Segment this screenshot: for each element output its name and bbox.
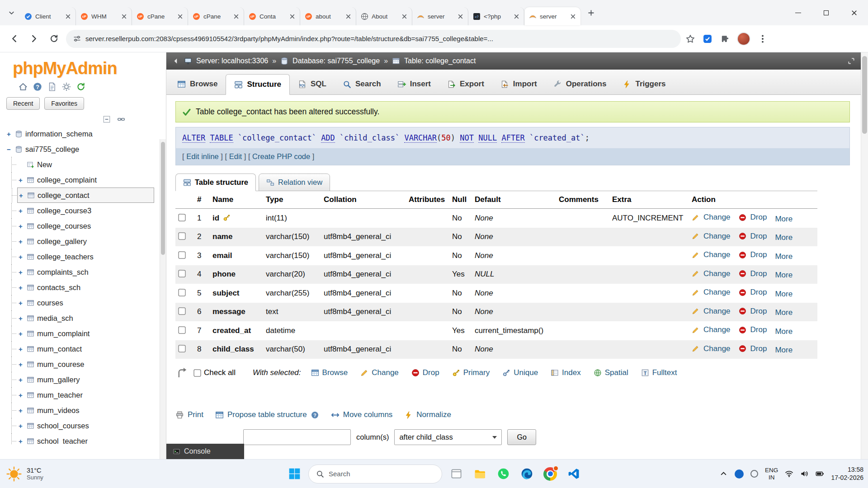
tab-sql[interactable]: SQLSQL	[290, 74, 335, 94]
tray-status-icon[interactable]	[750, 470, 758, 478]
menu-kebab-icon[interactable]	[758, 34, 768, 44]
tab-export[interactable]: Export	[439, 74, 492, 94]
change-link[interactable]: Change	[703, 288, 731, 297]
browser-tab[interactable]: cPcPane	[188, 7, 244, 25]
tree-expander[interactable]: +	[17, 437, 24, 445]
profile-avatar[interactable]	[737, 32, 750, 46]
breadcrumb-server[interactable]: Server: localhost:3306	[196, 57, 268, 65]
with-selected-index[interactable]: Index	[551, 368, 581, 377]
with-selected-change[interactable]: Change	[360, 368, 399, 377]
with-selected-unique[interactable]: Unique	[502, 368, 538, 377]
check-all-checkbox[interactable]	[193, 369, 201, 376]
window-close-button[interactable]	[840, 0, 868, 25]
url-bar[interactable]: server.resellerpub.com:2083/cpsess496910…	[66, 30, 681, 48]
browser-tab[interactable]: Client	[20, 7, 76, 25]
change-link[interactable]: Change	[703, 344, 731, 353]
tree-expander[interactable]: +	[17, 345, 24, 353]
change-link[interactable]: Change	[703, 325, 731, 334]
breadcrumb-table[interactable]: Table: college_contact	[404, 57, 476, 65]
tree-expander[interactable]: +	[17, 284, 24, 291]
new-tab-button[interactable]	[584, 6, 598, 19]
collapse-sidebar-icon[interactable]	[172, 57, 180, 65]
console-bar[interactable]: Console	[166, 444, 244, 459]
drop-link[interactable]: Drop	[750, 250, 767, 259]
footer-link-propose-table-structure[interactable]: Propose table structure?	[215, 410, 319, 419]
sidebar-item-information_schema[interactable]: +information_schema	[5, 126, 166, 141]
tab-import[interactable]: Import	[492, 74, 545, 94]
window-maximize-button[interactable]	[812, 0, 840, 25]
browser-tab[interactable]: cPConta	[244, 7, 300, 25]
sidebar-item-mum_teacher[interactable]: +mum_teacher	[17, 387, 166, 403]
taskbar-edge[interactable]	[517, 465, 536, 483]
drop-link[interactable]: Drop	[750, 288, 767, 297]
tab-close-icon[interactable]	[401, 13, 408, 20]
page-scrollbar[interactable]	[861, 52, 868, 459]
sidebar-item-mum_contact[interactable]: +mum_contact	[17, 341, 166, 357]
view-tab-relation-view[interactable]: Relation view	[259, 174, 330, 191]
view-tab-table-structure[interactable]: Table structure	[175, 174, 256, 191]
sql-link-create-php-code[interactable]: Create PHP code	[252, 152, 310, 160]
sql-link-edit[interactable]: Edit	[229, 152, 242, 160]
tree-expander[interactable]: +	[5, 130, 12, 138]
row-checkbox[interactable]	[178, 345, 185, 352]
sidebar-item-school_courses[interactable]: +school_courses	[17, 418, 166, 433]
tab-close-icon[interactable]	[64, 13, 72, 20]
tab-close-icon[interactable]	[232, 13, 240, 20]
taskbar-app-window[interactable]	[447, 465, 466, 483]
more-link[interactable]: More	[775, 308, 793, 317]
hidden-icons-chevron[interactable]	[719, 469, 728, 478]
tab-close-icon[interactable]	[569, 13, 577, 20]
help-icon[interactable]: ?	[33, 82, 42, 92]
window-minimize-button[interactable]	[784, 0, 812, 25]
taskbar-whatsapp[interactable]	[494, 465, 513, 483]
tab-close-icon[interactable]	[344, 13, 352, 20]
drop-link[interactable]: Drop	[750, 307, 767, 316]
row-checkbox[interactable]	[178, 270, 185, 277]
tab-close-icon[interactable]	[176, 13, 184, 20]
link-panel-icon[interactable]	[117, 115, 125, 123]
sidebar-item-college_course3[interactable]: +college_course3	[17, 203, 166, 218]
tree-expander[interactable]: +	[17, 314, 24, 322]
drop-link[interactable]: Drop	[750, 213, 767, 222]
tab-close-icon[interactable]	[513, 13, 520, 20]
tab-structure[interactable]: Structure	[226, 74, 290, 95]
sidebar-item-college_contact[interactable]: +college_contact	[17, 188, 154, 203]
with-selected-browse[interactable]: Browse	[311, 368, 348, 377]
sidebar-item-college_courses[interactable]: +college_courses	[17, 218, 166, 234]
tree-expander[interactable]: +	[17, 238, 24, 245]
drop-link[interactable]: Drop	[750, 325, 767, 334]
tree-expander[interactable]: +	[17, 253, 24, 261]
more-link[interactable]: More	[775, 215, 793, 224]
home-icon[interactable]	[18, 82, 28, 92]
sidebar-item-college_gallery[interactable]: +college_gallery	[17, 234, 166, 249]
sidebar-item-contacts_sch[interactable]: +contacts_sch	[17, 280, 166, 295]
tree-expander[interactable]: +	[17, 422, 24, 430]
tree-expander[interactable]: +	[17, 391, 24, 399]
tab-close-icon[interactable]	[288, 13, 296, 20]
change-link[interactable]: Change	[703, 307, 731, 316]
go-button[interactable]: Go	[507, 429, 536, 445]
refresh-icon[interactable]	[76, 82, 86, 92]
drop-link[interactable]: Drop	[750, 232, 767, 241]
taskbar-vscode[interactable]	[564, 465, 583, 483]
tree-expander[interactable]: +	[17, 376, 24, 384]
with-selected-drop[interactable]: Drop	[411, 368, 439, 377]
check-all[interactable]: Check all	[194, 368, 236, 377]
tab-operations[interactable]: Operations	[545, 74, 615, 94]
weather-widget[interactable]: 31°C Sunny	[5, 465, 43, 483]
row-checkbox[interactable]	[178, 251, 185, 258]
sidebar-item-sai7755_college[interactable]: −sai7755_college	[5, 141, 166, 157]
tab-search[interactable]: Search	[335, 74, 389, 94]
forward-button[interactable]	[26, 31, 42, 47]
drop-link[interactable]: Drop	[750, 344, 767, 353]
more-link[interactable]: More	[775, 271, 793, 280]
clock[interactable]: 13:58 17-02-2026	[831, 466, 863, 482]
extension-badge-icon[interactable]	[703, 34, 712, 44]
battery-icon[interactable]	[816, 469, 824, 478]
tree-expander[interactable]: +	[17, 299, 24, 307]
sidebar-item-mum_videos[interactable]: +mum_videos	[17, 403, 166, 418]
reload-button[interactable]	[46, 31, 61, 47]
browser-tab[interactable]: server	[412, 7, 468, 25]
taskbar-chrome[interactable]	[541, 465, 560, 483]
tree-expander[interactable]: +	[17, 207, 24, 215]
